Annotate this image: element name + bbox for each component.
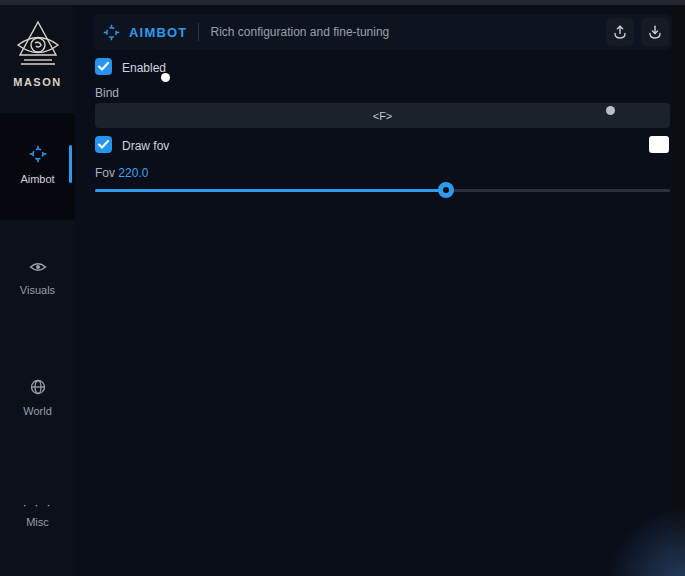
bind-label: Bind <box>95 86 119 100</box>
page-subtitle: Rich configuration and fine-tuning <box>210 25 389 39</box>
eye-icon <box>29 260 47 274</box>
cursor-dot-gray <box>606 106 615 115</box>
fov-slider-handle[interactable] <box>438 182 454 198</box>
checkmark-icon <box>98 62 109 71</box>
upload-icon <box>612 24 628 40</box>
enabled-checkbox[interactable] <box>95 58 112 75</box>
download-icon <box>647 24 663 40</box>
window-top-strip <box>0 0 685 5</box>
bind-input[interactable] <box>95 103 670 128</box>
crosshair-icon <box>103 24 120 41</box>
download-config-button[interactable] <box>641 18 669 46</box>
brand-text: MASON <box>0 76 75 88</box>
fov-label-text: Fov <box>95 166 115 180</box>
cursor-dot-white <box>161 73 170 82</box>
header-actions <box>606 18 669 46</box>
crosshair-icon <box>29 145 47 163</box>
header-divider <box>198 23 199 41</box>
draw-fov-label: Draw fov <box>122 139 169 153</box>
sidebar-item-misc[interactable]: · · · Misc <box>0 500 75 528</box>
fov-label: Fov 220.0 <box>95 166 148 180</box>
draw-fov-color-swatch[interactable] <box>649 136 669 153</box>
fov-slider-fill <box>95 189 446 192</box>
eye-pyramid-icon <box>15 19 61 69</box>
checkmark-icon <box>98 140 109 149</box>
sidebar-item-world[interactable]: World <box>0 379 75 417</box>
fov-slider[interactable] <box>95 183 670 197</box>
upload-config-button[interactable] <box>606 18 634 46</box>
sidebar-item-aimbot[interactable]: Aimbot <box>0 113 75 220</box>
sidebar-item-label: World <box>0 405 75 417</box>
corner-glow <box>595 506 685 576</box>
ellipsis-icon: · · · <box>0 500 75 510</box>
sidebar-item-visuals[interactable]: Visuals <box>0 260 75 296</box>
mason-menu-window: MASON Aimbot <box>0 0 685 576</box>
draw-fov-checkbox[interactable] <box>95 136 112 153</box>
page-header: AIMBOT Rich configuration and fine-tunin… <box>93 14 672 50</box>
globe-icon <box>30 379 46 395</box>
page-title: AIMBOT <box>129 25 187 40</box>
enabled-label: Enabled <box>122 61 166 75</box>
desktop-right-edge <box>672 5 685 576</box>
sidebar-item-label: Visuals <box>0 284 75 296</box>
logo: MASON <box>0 19 75 88</box>
sidebar-item-label: Aimbot <box>0 173 75 185</box>
sidebar: MASON Aimbot <box>0 5 75 576</box>
active-indicator <box>69 145 72 183</box>
fov-value: 220.0 <box>118 166 148 180</box>
sidebar-item-label: Misc <box>0 516 75 528</box>
